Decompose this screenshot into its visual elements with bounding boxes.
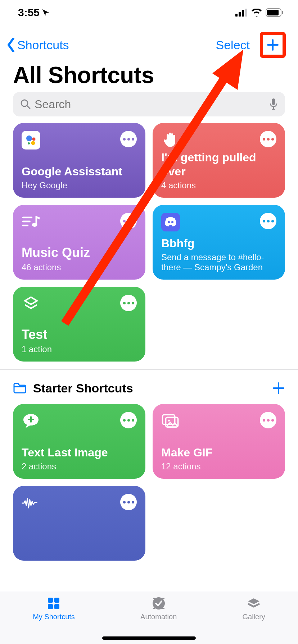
page-title: All Shortcuts	[13, 62, 154, 88]
section-divider	[0, 369, 298, 370]
svg-point-13	[32, 138, 36, 141]
wave-icon	[22, 494, 40, 512]
hand-icon	[161, 131, 180, 150]
status-bar: 3:55	[0, 0, 298, 25]
shortcuts-card[interactable]: BbhfgSend a message to #hello-there — Sc…	[153, 205, 285, 280]
starter-card[interactable]: Make GIF12 actions	[153, 404, 285, 479]
automation-icon	[151, 595, 167, 611]
back-label: Shortcuts	[17, 38, 69, 52]
location-icon	[42, 9, 50, 17]
starter-shortcuts-grid: Text Last Image2 actionsMake GIF12 actio…	[13, 404, 285, 561]
microphone-icon[interactable]	[269, 98, 278, 110]
card-title: Google Assisstant	[22, 165, 137, 178]
svg-rect-6	[282, 11, 283, 14]
plus-icon	[266, 38, 280, 52]
svg-rect-28	[48, 604, 53, 609]
svg-point-25	[168, 420, 170, 422]
starter-card[interactable]: Text Last Image2 actions	[13, 404, 145, 479]
card-subtitle: Hey Google	[22, 180, 137, 190]
card-more-button[interactable]	[260, 412, 276, 428]
card-subtitle: 12 actions	[161, 461, 276, 472]
svg-rect-26	[48, 598, 53, 603]
card-title: Bbhfg	[161, 236, 276, 250]
tab-bar: My Shortcuts Automation Gallery	[0, 591, 298, 644]
home-indicator	[102, 636, 196, 640]
svg-rect-29	[54, 604, 59, 609]
back-button[interactable]: Shortcuts	[6, 38, 69, 52]
card-subtitle: 4 actions	[161, 180, 276, 190]
chevron-left-icon	[6, 38, 16, 52]
stack-icon	[22, 295, 40, 313]
shortcuts-card[interactable]: Music Quiz46 actions	[13, 205, 145, 280]
battery-icon	[266, 8, 284, 17]
card-more-button[interactable]	[120, 412, 137, 428]
card-more-button[interactable]	[260, 213, 276, 229]
svg-rect-2	[242, 10, 244, 17]
svg-point-14	[31, 141, 35, 145]
svg-point-20	[168, 221, 170, 223]
folder-icon	[13, 382, 27, 394]
discord-icon	[161, 213, 180, 231]
tab-my-shortcuts-label: My Shortcuts	[33, 613, 75, 621]
card-title: Test	[22, 327, 137, 342]
card-subtitle: Send a message to #hello-there — Scampy'…	[161, 252, 276, 272]
card-more-button[interactable]	[120, 295, 137, 311]
svg-rect-23	[163, 415, 175, 424]
photos-icon	[161, 412, 180, 431]
card-subtitle: 2 actions	[22, 461, 137, 472]
svg-rect-3	[245, 9, 247, 17]
shortcuts-grid: Google AssisstantHey GoogleI'm getting p…	[13, 123, 285, 362]
tab-gallery[interactable]: Gallery	[243, 595, 265, 644]
starter-add-button[interactable]	[272, 382, 285, 395]
search-bar[interactable]	[13, 92, 285, 116]
card-subtitle: 46 actions	[22, 262, 137, 272]
select-button[interactable]: Select	[216, 38, 250, 52]
svg-point-21	[171, 221, 173, 223]
status-time-group: 3:55	[18, 6, 50, 19]
svg-line-8	[27, 106, 30, 109]
card-title: Make GIF	[161, 446, 276, 459]
svg-rect-0	[235, 14, 238, 17]
starter-section-header[interactable]: Starter Shortcuts	[13, 378, 285, 398]
card-title: I'm getting pulled over	[161, 151, 276, 178]
svg-point-15	[28, 142, 30, 144]
status-time: 3:55	[18, 6, 40, 19]
shortcuts-card[interactable]: Test1 action	[13, 287, 145, 362]
card-more-button[interactable]	[120, 213, 137, 229]
svg-rect-5	[267, 10, 279, 15]
gallery-icon	[246, 595, 262, 611]
music-icon	[22, 213, 40, 231]
tab-my-shortcuts[interactable]: My Shortcuts	[33, 595, 75, 644]
nav-bar: Shortcuts Select	[0, 32, 298, 58]
wifi-icon	[251, 9, 262, 17]
search-input[interactable]	[35, 98, 269, 111]
nav-right: Select	[216, 32, 286, 58]
status-right	[235, 8, 284, 17]
svg-rect-27	[54, 598, 59, 603]
card-title: Music Quiz	[22, 245, 137, 260]
card-more-button[interactable]	[120, 131, 137, 147]
starter-card[interactable]	[13, 486, 145, 561]
shortcuts-card[interactable]: Google AssisstantHey Google	[13, 123, 145, 198]
msgplus-icon	[22, 412, 40, 431]
search-icon	[20, 99, 31, 110]
svg-rect-9	[272, 98, 275, 105]
card-subtitle: 1 action	[22, 344, 137, 354]
grid-icon	[46, 595, 62, 611]
card-more-button[interactable]	[260, 131, 276, 147]
svg-point-30	[153, 597, 165, 610]
shortcuts-card[interactable]: I'm getting pulled over4 actions	[153, 123, 285, 198]
svg-point-12	[26, 135, 32, 141]
tab-automation-label: Automation	[140, 613, 177, 621]
card-more-button[interactable]	[120, 494, 137, 510]
cellular-icon	[235, 9, 248, 17]
svg-rect-1	[239, 12, 241, 17]
assistant-icon	[22, 131, 40, 150]
add-shortcut-button[interactable]	[260, 32, 286, 58]
card-title: Text Last Image	[22, 446, 137, 459]
starter-section-title: Starter Shortcuts	[33, 381, 133, 395]
tab-gallery-label: Gallery	[243, 613, 265, 621]
svg-point-19	[32, 223, 37, 227]
